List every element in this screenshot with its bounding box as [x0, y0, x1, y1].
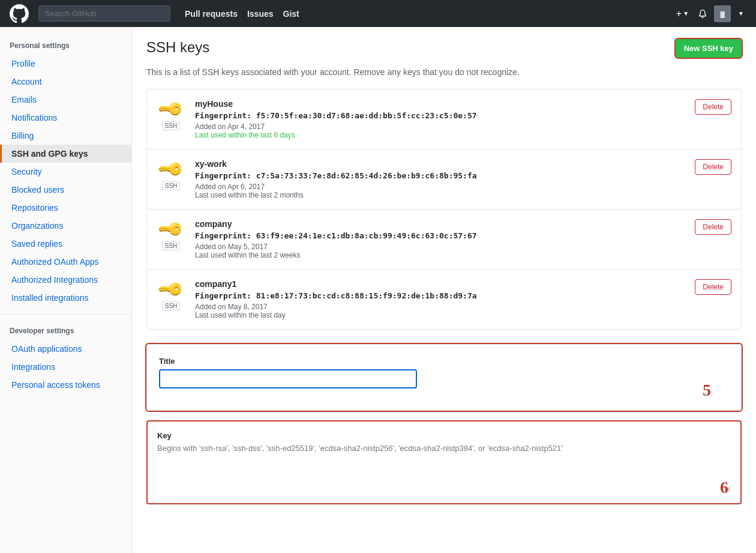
sidebar-item-authorized-integrations[interactable]: Authorized Integrations [0, 271, 131, 289]
delete-key-button[interactable]: Delete [695, 219, 731, 235]
key-icon-wrap: 🔑 SSH [157, 279, 185, 310]
notifications-button[interactable] [696, 7, 709, 20]
key-icon-wrap: 🔑 SSH [157, 159, 185, 190]
key-added-date: Added on May 8, 2017 [195, 303, 685, 311]
key-fingerprint: Fingerprint: 81:e8:17:73:bc:cd:c8:88:15:… [195, 291, 685, 300]
nav-links: Pull requests Issues Gist [185, 9, 299, 19]
new-item-button[interactable]: + ▼ [674, 6, 691, 22]
sidebar-item-personal-access-tokens[interactable]: Personal access tokens [0, 376, 131, 394]
developer-settings-header: Developer settings [0, 322, 131, 340]
key-actions: Delete [695, 99, 731, 115]
key-actions: Delete [695, 159, 731, 175]
page-header: SSH keys New SSH key 4 [146, 39, 742, 58]
ssh-keys-list: 🔑 SSH myHouse Fingerprint: f5:70:5f:ea:3… [146, 89, 742, 330]
key-icon-dark: 🔑 [157, 154, 185, 183]
page-title: SSH keys [146, 39, 209, 56]
key-name: myHouse [195, 99, 685, 109]
key-info: myHouse Fingerprint: f5:70:5f:ea:30:d7:6… [195, 99, 685, 139]
sidebar: Personal settings Profile Account Emails… [0, 27, 132, 553]
key-form-group: Key 6 [146, 420, 742, 504]
table-row: 🔑 SSH company1 Fingerprint: 81:e8:17:73:… [147, 270, 741, 329]
new-ssh-key-button[interactable]: New SSH key [676, 39, 742, 58]
delete-key-button[interactable]: Delete [695, 279, 731, 295]
sidebar-item-authorized-oauth[interactable]: Authorized OAuth Apps [0, 253, 131, 271]
sidebar-item-repositories[interactable]: Repositories [0, 199, 131, 217]
key-fingerprint: Fingerprint: f5:70:5f:ea:30:d7:68:ae:dd:… [195, 111, 685, 120]
key-textarea[interactable] [157, 444, 731, 492]
key-actions: Delete [695, 279, 731, 295]
table-row: 🔑 SSH xy-work Fingerprint: c7:5a:73:33:7… [147, 150, 741, 210]
bell-icon [698, 10, 707, 18]
title-label: Title [159, 357, 729, 366]
title-form-group: Title [159, 357, 729, 388]
key-icon-green: 🔑 [157, 274, 185, 303]
key-info: company Fingerprint: 63:f9:ee:24:1e:c1:d… [195, 219, 685, 259]
sidebar-item-profile[interactable]: Profile [0, 55, 131, 73]
nav-gist[interactable]: Gist [283, 9, 299, 19]
personal-settings-header: Personal settings [0, 37, 131, 55]
sidebar-item-notifications[interactable]: Notifications [0, 109, 131, 127]
nav-right: + ▼ ▓ ▼ [674, 5, 746, 22]
key-added-date: Added on Apr 6, 2017 [195, 183, 685, 191]
key-icon-green: 🔑 [157, 214, 185, 243]
key-icon-wrap: 🔑 SSH [157, 99, 185, 130]
key-icon-green: 🔑 [157, 94, 185, 123]
avatar-dropdown-button[interactable]: ▼ [736, 8, 746, 19]
nav-pull-requests[interactable]: Pull requests [185, 9, 238, 19]
key-last-used: Last used within the last 2 weeks [195, 251, 685, 259]
sidebar-item-security[interactable]: Security [0, 163, 131, 181]
layout: Personal settings Profile Account Emails… [0, 27, 756, 553]
table-row: 🔑 SSH myHouse Fingerprint: f5:70:5f:ea:3… [147, 89, 741, 150]
sidebar-item-blocked-users[interactable]: Blocked users [0, 181, 131, 199]
key-fingerprint: Fingerprint: 63:f9:ee:24:1e:c1:db:8a:cb:… [195, 231, 685, 240]
main-content: SSH keys New SSH key 4 This is a list of… [132, 27, 756, 553]
title-input[interactable] [159, 369, 417, 388]
key-actions: Delete [695, 219, 731, 235]
key-info: company1 Fingerprint: 81:e8:17:73:bc:cd:… [195, 279, 685, 319]
sidebar-item-billing[interactable]: Billing [0, 127, 131, 145]
sidebar-item-emails[interactable]: Emails [0, 91, 131, 109]
add-ssh-key-form: 5 Title [146, 344, 742, 411]
key-name: company1 [195, 279, 685, 289]
key-label: Key [157, 431, 731, 440]
key-last-used: Last used within the last 6 days [195, 131, 685, 139]
sidebar-item-installed-integrations[interactable]: Installed integrations [0, 289, 131, 307]
sidebar-item-integrations[interactable]: Integrations [0, 358, 131, 376]
key-name: xy-work [195, 159, 685, 169]
sidebar-item-saved-replies[interactable]: Saved replies [0, 235, 131, 253]
sidebar-item-organizations[interactable]: Organizations [0, 217, 131, 235]
sidebar-item-oauth-applications[interactable]: OAuth applications [0, 340, 131, 358]
key-fingerprint: Fingerprint: c7:5a:73:33:7e:8d:62:85:4d:… [195, 171, 685, 180]
top-nav: Pull requests Issues Gist + ▼ ▓ ▼ [0, 0, 756, 27]
delete-key-button[interactable]: Delete [695, 159, 731, 175]
delete-key-button[interactable]: Delete [695, 99, 731, 115]
key-added-date: Added on Apr 4, 2017 [195, 122, 685, 131]
github-logo-icon [10, 4, 29, 23]
search-input[interactable] [38, 5, 170, 22]
key-added-date: Added on May 5, 2017 [195, 243, 685, 251]
sidebar-item-account[interactable]: Account [0, 73, 131, 91]
nav-issues[interactable]: Issues [247, 9, 274, 19]
key-last-used: Last used within the last 2 months [195, 191, 685, 199]
table-row: 🔑 SSH company Fingerprint: 63:f9:ee:24:1… [147, 210, 741, 270]
sidebar-divider [0, 314, 131, 315]
key-last-used: Last used within the last day [195, 311, 685, 319]
user-avatar[interactable]: ▓ [714, 5, 731, 22]
sidebar-item-ssh-gpg[interactable]: SSH and GPG keys [0, 145, 131, 163]
page-description: This is a list of SSH keys associated wi… [146, 67, 742, 77]
key-name: company [195, 219, 685, 229]
key-icon-wrap: 🔑 SSH [157, 219, 185, 250]
key-info: xy-work Fingerprint: c7:5a:73:33:7e:8d:6… [195, 159, 685, 199]
